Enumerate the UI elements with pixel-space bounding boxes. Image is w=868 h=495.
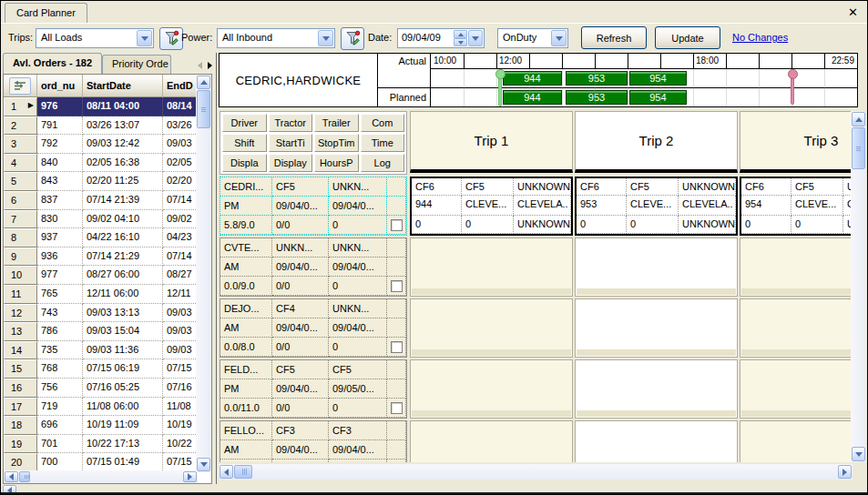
trip-cell-empty[interactable]: [575, 359, 738, 419]
trip-bar[interactable]: 954: [629, 71, 687, 86]
trip-bar[interactable]: 953: [566, 90, 628, 105]
row-header[interactable]: 20: [4, 453, 37, 472]
row-header[interactable]: 3: [4, 135, 37, 154]
table-row[interactable]: 893704/22 16:1004/23: [4, 228, 198, 248]
scrollbar-thumb[interactable]: [197, 90, 210, 128]
grid-header-button-displa[interactable]: Displa: [222, 154, 267, 172]
table-row[interactable]: 484002/05 16:3802/05: [4, 154, 198, 173]
chevron-down-icon[interactable]: [318, 30, 333, 46]
trip-bar[interactable]: 953: [566, 71, 628, 86]
trip-cell-empty[interactable]: [575, 420, 738, 462]
spinner-down-icon[interactable]: [454, 38, 467, 46]
table-row[interactable]: 993607/14 21:2907/14: [4, 248, 198, 267]
driver-card[interactable]: CVTE...UNKN...UNKN...AM09/04/0...09/04/0…: [220, 237, 407, 297]
table-row[interactable]: 683707/14 21:3907/14: [4, 191, 198, 210]
grid-header-button-display[interactable]: Display: [269, 154, 313, 172]
tab-scroll-right-icon[interactable]: [208, 62, 212, 69]
table-row[interactable]: 1675607/16 05:2507/16: [4, 379, 198, 398]
table-row[interactable]: 1▶97608/11 04:0008/14: [4, 97, 198, 116]
chevron-down-icon[interactable]: [137, 30, 152, 46]
grid-header-button-shift[interactable]: Shift: [222, 134, 267, 152]
driver-card[interactable]: DEJO...CF4UNKN...AM09/04/0...09/04/0...0…: [220, 298, 407, 358]
grid-header-button-com[interactable]: Com: [361, 114, 405, 132]
refresh-button[interactable]: Refresh: [581, 26, 647, 49]
trip-cell-empty[interactable]: [740, 237, 851, 297]
row-header[interactable]: 4: [4, 154, 37, 173]
date-spinner[interactable]: [454, 30, 467, 46]
row-header[interactable]: 5: [4, 172, 37, 191]
trips-dropdown[interactable]: All Loads: [36, 28, 154, 48]
table-row[interactable]: 1274309/03 13:1309/03: [4, 304, 198, 323]
tab-priority-orders[interactable]: Priority Orde: [102, 55, 171, 74]
grid-header-button-startti[interactable]: StartTi: [269, 134, 313, 152]
tab-scroll-left-icon[interactable]: [198, 62, 202, 69]
update-button[interactable]: Update: [655, 26, 720, 49]
row-header[interactable]: 16: [4, 379, 37, 398]
grid-header-button-time[interactable]: Time: [361, 134, 405, 152]
scrollbar-track[interactable]: [852, 170, 865, 447]
tab-available-orders[interactable]: Avl. Orders - 182: [3, 53, 102, 74]
trip-card[interactable]: CF6CF5UNKNOWN944CLEVE...CLEVELA..00UNKNO…: [410, 177, 573, 236]
trip-cell-empty[interactable]: [575, 298, 738, 358]
trip-bar[interactable]: 944: [503, 90, 563, 105]
scrollbar-track[interactable]: [253, 465, 837, 479]
chevron-down-icon[interactable]: [551, 30, 567, 46]
calendar-dropdown-icon[interactable]: [468, 30, 483, 46]
trips-filter-button[interactable]: [159, 27, 183, 50]
row-header[interactable]: 17: [4, 398, 37, 417]
scrollbar-thumb[interactable]: [19, 471, 30, 482]
grid-header-button-trailer[interactable]: Trailer: [314, 114, 359, 132]
driver-card[interactable]: CEDRI...CF5UNKN...PM09/04/0...09/04/0...…: [220, 177, 407, 236]
scroll-right-icon[interactable]: [183, 471, 197, 482]
trip-cell-empty[interactable]: [740, 359, 851, 419]
scrollbar-track[interactable]: [197, 129, 210, 458]
orders-horizontal-scrollbar[interactable]: [4, 470, 198, 483]
grid-header-button-stoptim[interactable]: StopTim: [314, 134, 359, 152]
assign-checkbox[interactable]: [391, 341, 403, 353]
grid-vertical-scrollbar[interactable]: [851, 111, 866, 462]
column-header-ord-nu[interactable]: ord_nu: [37, 75, 83, 97]
row-header[interactable]: 10: [4, 266, 37, 285]
no-changes-link[interactable]: No Changes: [732, 32, 788, 43]
tab-card-planner[interactable]: Card Planner: [5, 3, 87, 24]
row-header[interactable]: 9: [4, 248, 37, 267]
trip-cell-empty[interactable]: [410, 237, 573, 297]
duty-dropdown[interactable]: OnDuty: [497, 28, 568, 48]
scroll-down-icon[interactable]: [852, 447, 865, 461]
assign-checkbox[interactable]: [391, 402, 403, 414]
table-row[interactable]: 1473509/03 11:3609/03: [4, 341, 198, 360]
row-header[interactable]: 11: [4, 285, 37, 304]
table-row[interactable]: 1970110/22 17:1310/22: [4, 435, 198, 454]
trip-card[interactable]: CF6CF5UNKNOWN953CLEVE...CLEVELA..00UNKNO…: [575, 177, 738, 236]
row-header[interactable]: 6: [4, 191, 37, 210]
orders-vertical-scrollbar[interactable]: [196, 75, 211, 472]
scroll-right-icon[interactable]: [838, 465, 852, 479]
driver-card[interactable]: FELLO...CF3CF3AM09/04/0...09/04/0...0.0/…: [220, 420, 407, 462]
grid-horizontal-scrollbar[interactable]: [219, 464, 853, 480]
table-row[interactable]: 1576807/15 06:1907/15: [4, 359, 198, 379]
table-row[interactable]: 1176512/11 06:0012/11: [4, 285, 198, 304]
trip-cell-empty[interactable]: [410, 359, 573, 419]
trip-bar[interactable]: 954: [629, 90, 687, 105]
row-header[interactable]: 19: [4, 435, 37, 454]
row-header[interactable]: 7: [4, 210, 37, 229]
table-row[interactable]: 379209/03 12:4209/03: [4, 135, 198, 154]
driver-card[interactable]: FELD...CF5CF5PM09/04/0...09/05/0...0.0/1…: [220, 359, 407, 419]
column-header-startdate[interactable]: StartDate: [83, 75, 163, 97]
assign-checkbox[interactable]: [391, 280, 403, 292]
panel-splitter[interactable]: [216, 53, 217, 484]
row-header[interactable]: 1▶: [4, 97, 37, 116]
scroll-up-icon[interactable]: [852, 112, 865, 126]
power-dropdown[interactable]: All Inbound: [217, 28, 335, 48]
trip-cell-empty[interactable]: [410, 298, 573, 358]
table-row[interactable]: 1771911/08 06:0011/08: [4, 398, 198, 417]
scroll-left-icon[interactable]: [5, 471, 18, 482]
row-header[interactable]: 8: [4, 228, 37, 248]
scroll-left-icon[interactable]: [220, 465, 233, 479]
trip-cell-empty[interactable]: [575, 237, 738, 297]
date-field[interactable]: 09/04/09: [397, 28, 485, 48]
trip-bar[interactable]: 944: [503, 71, 563, 86]
scrollbar-track[interactable]: [31, 471, 182, 482]
assign-checkbox[interactable]: [391, 219, 403, 231]
table-row[interactable]: 1097708/27 06:0008/27: [4, 266, 198, 285]
